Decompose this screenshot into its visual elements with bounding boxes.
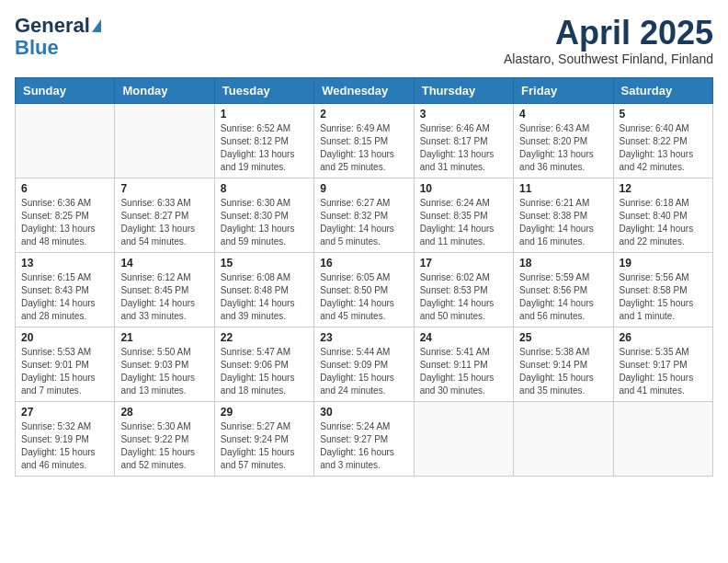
day-cell: 16Sunrise: 6:05 AMSunset: 8:50 PMDayligh… [314, 252, 414, 327]
day-number: 15 [221, 257, 308, 270]
day-number: 3 [420, 108, 507, 121]
day-info: Sunrise: 6:40 AMSunset: 8:22 PMDaylight:… [620, 122, 707, 174]
day-cell: 10Sunrise: 6:24 AMSunset: 8:35 PMDayligh… [414, 178, 513, 252]
col-header-friday: Friday [514, 77, 613, 103]
day-info: Sunrise: 6:46 AMSunset: 8:17 PMDaylight:… [420, 122, 507, 174]
day-info: Sunrise: 6:33 AMSunset: 8:27 PMDaylight:… [120, 197, 208, 248]
day-cell: 20Sunrise: 5:53 AMSunset: 9:01 PMDayligh… [16, 327, 115, 401]
day-info: Sunrise: 5:30 AMSunset: 9:22 PMDaylight:… [120, 420, 208, 472]
day-number: 9 [320, 182, 407, 195]
day-info: Sunrise: 5:32 AMSunset: 9:19 PMDaylight:… [21, 420, 108, 472]
logo-blue: Blue [15, 37, 59, 59]
title-area: April 2025 Alastaro, Southwest Finland, … [504, 15, 713, 66]
day-info: Sunrise: 6:15 AMSunset: 8:43 PMDaylight:… [21, 271, 108, 323]
week-row-1: 1Sunrise: 6:52 AMSunset: 8:12 PMDaylight… [16, 103, 713, 178]
day-cell: 7Sunrise: 6:33 AMSunset: 8:27 PMDaylight… [115, 178, 214, 252]
day-cell: 22Sunrise: 5:47 AMSunset: 9:06 PMDayligh… [214, 327, 313, 401]
day-cell: 11Sunrise: 6:21 AMSunset: 8:38 PMDayligh… [514, 178, 613, 252]
day-cell: 17Sunrise: 6:02 AMSunset: 8:53 PMDayligh… [414, 252, 513, 327]
day-info: Sunrise: 6:24 AMSunset: 8:35 PMDaylight:… [420, 197, 507, 248]
col-header-sunday: Sunday [16, 77, 115, 103]
day-info: Sunrise: 5:56 AMSunset: 8:58 PMDaylight:… [620, 271, 707, 323]
day-number: 26 [620, 331, 707, 344]
logo: General Blue [15, 15, 101, 59]
day-number: 19 [620, 257, 707, 270]
week-row-4: 20Sunrise: 5:53 AMSunset: 9:01 PMDayligh… [16, 327, 713, 401]
day-cell: 4Sunrise: 6:43 AMSunset: 8:20 PMDaylight… [514, 103, 613, 178]
day-info: Sunrise: 6:21 AMSunset: 8:38 PMDaylight:… [519, 197, 607, 248]
day-number: 25 [519, 331, 607, 344]
day-info: Sunrise: 6:08 AMSunset: 8:48 PMDaylight:… [221, 271, 308, 323]
day-cell: 21Sunrise: 5:50 AMSunset: 9:03 PMDayligh… [115, 327, 214, 401]
day-number: 6 [21, 182, 108, 195]
day-info: Sunrise: 6:43 AMSunset: 8:20 PMDaylight:… [519, 122, 607, 174]
calendar: SundayMondayTuesdayWednesdayThursdayFrid… [15, 77, 713, 477]
day-cell: 30Sunrise: 5:24 AMSunset: 9:27 PMDayligh… [314, 401, 414, 476]
day-number: 24 [420, 331, 507, 344]
day-cell: 8Sunrise: 6:30 AMSunset: 8:30 PMDaylight… [214, 178, 313, 252]
day-info: Sunrise: 5:50 AMSunset: 9:03 PMDaylight:… [120, 346, 208, 397]
day-number: 22 [221, 331, 308, 344]
day-cell: 2Sunrise: 6:49 AMSunset: 8:15 PMDaylight… [314, 103, 414, 178]
day-info: Sunrise: 5:35 AMSunset: 9:17 PMDaylight:… [620, 346, 707, 397]
col-header-monday: Monday [115, 77, 214, 103]
day-number: 20 [21, 331, 108, 344]
day-cell [16, 103, 115, 178]
day-cell: 28Sunrise: 5:30 AMSunset: 9:22 PMDayligh… [115, 401, 214, 476]
day-info: Sunrise: 5:41 AMSunset: 9:11 PMDaylight:… [420, 346, 507, 397]
day-info: Sunrise: 5:47 AMSunset: 9:06 PMDaylight:… [221, 346, 308, 397]
day-cell: 23Sunrise: 5:44 AMSunset: 9:09 PMDayligh… [314, 327, 414, 401]
col-header-wednesday: Wednesday [314, 77, 414, 103]
day-info: Sunrise: 6:52 AMSunset: 8:12 PMDaylight:… [221, 122, 308, 174]
day-number: 4 [519, 108, 607, 121]
day-info: Sunrise: 5:38 AMSunset: 9:14 PMDaylight:… [519, 346, 607, 397]
day-number: 7 [120, 182, 208, 195]
logo-general: General [15, 15, 90, 37]
logo-triangle-icon [92, 19, 101, 32]
day-number: 10 [420, 182, 507, 195]
day-number: 8 [221, 182, 308, 195]
day-number: 5 [620, 108, 707, 121]
day-cell: 27Sunrise: 5:32 AMSunset: 9:19 PMDayligh… [16, 401, 115, 476]
day-info: Sunrise: 5:59 AMSunset: 8:56 PMDaylight:… [519, 271, 607, 323]
day-number: 12 [620, 182, 707, 195]
day-number: 13 [21, 257, 108, 270]
day-number: 11 [519, 182, 607, 195]
day-cell: 3Sunrise: 6:46 AMSunset: 8:17 PMDaylight… [414, 103, 513, 178]
day-number: 21 [120, 331, 208, 344]
day-info: Sunrise: 5:24 AMSunset: 9:27 PMDaylight:… [320, 420, 407, 472]
day-cell: 29Sunrise: 5:27 AMSunset: 9:24 PMDayligh… [214, 401, 313, 476]
day-cell [514, 401, 613, 476]
subtitle: Alastaro, Southwest Finland, Finland [504, 52, 713, 66]
day-cell: 15Sunrise: 6:08 AMSunset: 8:48 PMDayligh… [214, 252, 313, 327]
day-info: Sunrise: 6:36 AMSunset: 8:25 PMDaylight:… [21, 197, 108, 248]
day-cell: 14Sunrise: 6:12 AMSunset: 8:45 PMDayligh… [115, 252, 214, 327]
col-header-saturday: Saturday [613, 77, 712, 103]
col-header-tuesday: Tuesday [214, 77, 313, 103]
week-row-3: 13Sunrise: 6:15 AMSunset: 8:43 PMDayligh… [16, 252, 713, 327]
day-cell: 12Sunrise: 6:18 AMSunset: 8:40 PMDayligh… [613, 178, 712, 252]
day-cell: 9Sunrise: 6:27 AMSunset: 8:32 PMDaylight… [314, 178, 414, 252]
day-cell: 6Sunrise: 6:36 AMSunset: 8:25 PMDaylight… [16, 178, 115, 252]
day-cell: 5Sunrise: 6:40 AMSunset: 8:22 PMDaylight… [613, 103, 712, 178]
day-number: 23 [320, 331, 407, 344]
day-info: Sunrise: 6:30 AMSunset: 8:30 PMDaylight:… [221, 197, 308, 248]
day-cell: 1Sunrise: 6:52 AMSunset: 8:12 PMDaylight… [214, 103, 313, 178]
day-number: 14 [120, 257, 208, 270]
day-cell [115, 103, 214, 178]
day-number: 18 [519, 257, 607, 270]
day-cell: 18Sunrise: 5:59 AMSunset: 8:56 PMDayligh… [514, 252, 613, 327]
day-number: 17 [420, 257, 507, 270]
day-info: Sunrise: 6:18 AMSunset: 8:40 PMDaylight:… [620, 197, 707, 248]
day-info: Sunrise: 5:53 AMSunset: 9:01 PMDaylight:… [21, 346, 108, 397]
day-number: 27 [21, 406, 108, 419]
day-number: 16 [320, 257, 407, 270]
day-cell: 19Sunrise: 5:56 AMSunset: 8:58 PMDayligh… [613, 252, 712, 327]
col-header-thursday: Thursday [414, 77, 513, 103]
day-info: Sunrise: 6:05 AMSunset: 8:50 PMDaylight:… [320, 271, 407, 323]
day-number: 29 [221, 406, 308, 419]
day-info: Sunrise: 5:44 AMSunset: 9:09 PMDaylight:… [320, 346, 407, 397]
day-cell: 13Sunrise: 6:15 AMSunset: 8:43 PMDayligh… [16, 252, 115, 327]
day-number: 1 [221, 108, 308, 121]
week-row-2: 6Sunrise: 6:36 AMSunset: 8:25 PMDaylight… [16, 178, 713, 252]
